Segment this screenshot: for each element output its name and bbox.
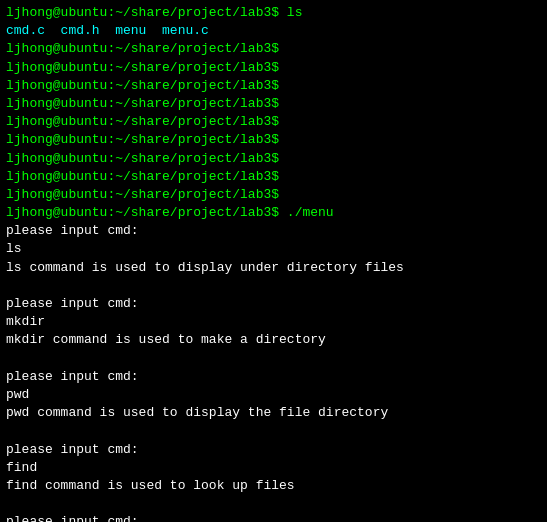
terminal-line-8: ljhong@ubuntu:~/share/project/lab3$ [6, 131, 541, 149]
terminal-line-16 [6, 277, 541, 295]
terminal-line-29: please input cmd: [6, 513, 541, 522]
terminal-line-13: please input cmd: [6, 222, 541, 240]
terminal-line-14: ls [6, 240, 541, 258]
terminal-line-18: mkdir [6, 313, 541, 331]
terminal-line-3: ljhong@ubuntu:~/share/project/lab3$ [6, 40, 541, 58]
terminal-line-19: mkdir command is used to make a director… [6, 331, 541, 349]
terminal-line-6: ljhong@ubuntu:~/share/project/lab3$ [6, 95, 541, 113]
terminal-line-23: pwd command is used to display the file … [6, 404, 541, 422]
terminal-line-28 [6, 495, 541, 513]
terminal-line-24 [6, 422, 541, 440]
terminal-line-12: ljhong@ubuntu:~/share/project/lab3$ ./me… [6, 204, 541, 222]
terminal-line-25: please input cmd: [6, 441, 541, 459]
terminal-line-15: ls command is used to display under dire… [6, 259, 541, 277]
terminal-line-20 [6, 350, 541, 368]
terminal-line-26: find [6, 459, 541, 477]
terminal-line-22: pwd [6, 386, 541, 404]
terminal-line-7: ljhong@ubuntu:~/share/project/lab3$ [6, 113, 541, 131]
terminal-line-1: ljhong@ubuntu:~/share/project/lab3$ ls [6, 4, 541, 22]
terminal-line-21: please input cmd: [6, 368, 541, 386]
terminal-line-10: ljhong@ubuntu:~/share/project/lab3$ [6, 168, 541, 186]
terminal-line-9: ljhong@ubuntu:~/share/project/lab3$ [6, 150, 541, 168]
terminal-window: ljhong@ubuntu:~/share/project/lab3$ ls c… [0, 0, 547, 522]
terminal-line-5: ljhong@ubuntu:~/share/project/lab3$ [6, 77, 541, 95]
terminal-line-17: please input cmd: [6, 295, 541, 313]
terminal-line-4: ljhong@ubuntu:~/share/project/lab3$ [6, 59, 541, 77]
terminal-line-2: cmd.c cmd.h menu menu.c [6, 22, 541, 40]
terminal-line-11: ljhong@ubuntu:~/share/project/lab3$ [6, 186, 541, 204]
terminal-line-27: find command is used to look up files [6, 477, 541, 495]
